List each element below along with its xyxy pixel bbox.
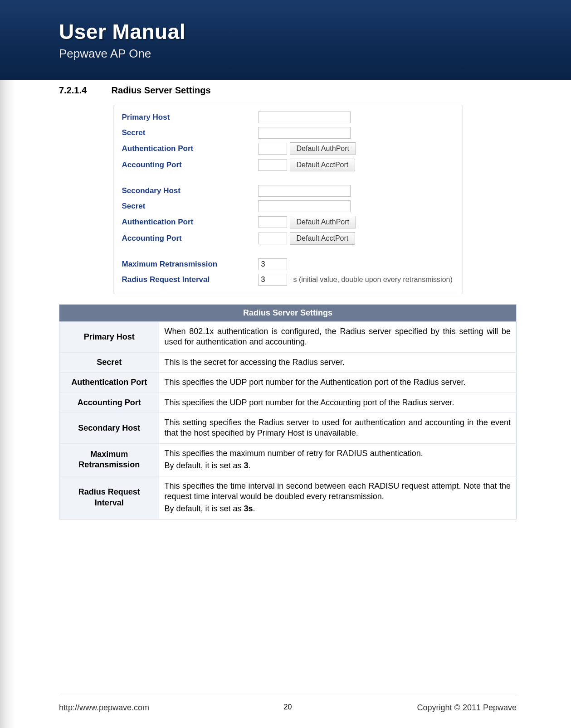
max-retrans-text2: By default, it is set as 3. [165,461,511,471]
page-content: 7.2.1.4 Radius Server Settings Primary H… [59,85,517,519]
table-row: Authentication Port This specifies the U… [59,373,517,393]
primary-secret-input[interactable] [258,127,351,139]
row-label-auth-port: Authentication Port [59,373,159,393]
table-row: Accounting Port This specifies the UDP p… [59,393,517,413]
secondary-secret-input[interactable] [258,200,351,212]
request-interval-hint: s (initial value, double upon every retr… [293,276,453,284]
primary-host-input[interactable] [258,112,351,123]
footer-divider [59,696,517,696]
settings-description-table: Radius Server Settings Primary Host When… [59,304,517,519]
manual-title: User Manual [59,19,571,44]
secondary-secret-label: Secret [122,202,258,211]
row-label-acct-port: Accounting Port [59,393,159,413]
table-row: Primary Host When 802.1x authentication … [59,322,517,353]
row-label-primary-host: Primary Host [59,322,159,353]
table-row: Radius Request Interval This specifies t… [59,476,517,519]
row-value-secondary-host: This setting specifies the Radius server… [159,413,517,443]
row-value-secret: This is the secret for accessing the Rad… [159,352,517,372]
primary-default-acctport-button[interactable]: Default AcctPort [290,159,356,171]
secondary-auth-port-input[interactable] [258,216,287,228]
footer-page-number: 20 [211,703,364,713]
primary-secret-label: Secret [122,128,258,137]
page-footer: http://www.pepwave.com 20 Copyright © 20… [59,703,517,713]
row-value-max-retrans: This specifies the maximum number of ret… [159,443,517,476]
row-label-max-retrans: Maximum Retransmission [59,443,159,476]
table-row: Maximum Retransmission This specifies th… [59,443,517,476]
secondary-host-label: Secondary Host [122,186,258,195]
manual-header-band: User Manual Pepwave AP One [0,0,571,80]
secondary-acct-port-input[interactable] [258,233,287,244]
secondary-acct-port-label: Accounting Port [122,234,258,243]
section-number: 7.2.1.4 [59,85,109,96]
req-interval-text2: By default, it is set as 3s. [165,504,511,514]
footer-url: http://www.pepwave.com [59,703,211,713]
radius-form-panel: Primary Host Secret Authentication Port … [113,105,463,294]
secondary-default-authport-button[interactable]: Default AuthPort [290,216,356,228]
max-retrans-text1: This specifies the maximum number of ret… [165,448,511,459]
retransmission-group: Maximum Retransmission Radius Request In… [114,255,462,291]
primary-host-group: Primary Host Secret Authentication Port … [114,108,462,177]
row-label-req-interval: Radius Request Interval [59,476,159,519]
primary-auth-port-label: Authentication Port [122,144,258,153]
max-retransmission-label: Maximum Retransmission [122,260,258,269]
section-heading: 7.2.1.4 Radius Server Settings [59,85,517,96]
row-value-acct-port: This specifies the UDP port number for t… [159,393,517,413]
primary-default-authport-button[interactable]: Default AuthPort [290,142,356,155]
row-value-primary-host: When 802.1x authentication is configured… [159,322,517,353]
row-value-auth-port: This specifies the UDP port number for t… [159,373,517,393]
request-interval-label: Radius Request Interval [122,275,258,284]
max-retransmission-input[interactable] [258,258,287,270]
table-row: Secondary Host This setting specifies th… [59,413,517,443]
primary-host-label: Primary Host [122,113,258,122]
page-left-shadow [0,0,15,728]
secondary-default-acctport-button[interactable]: Default AcctPort [290,232,356,245]
request-interval-input[interactable] [258,274,287,286]
primary-acct-port-label: Accounting Port [122,160,258,170]
section-title: Radius Server Settings [112,85,211,95]
row-value-req-interval: This specifies the time interval in seco… [159,476,517,519]
table-row: Secret This is the secret for accessing … [59,352,517,372]
row-label-secret: Secret [59,352,159,372]
secondary-auth-port-label: Authentication Port [122,218,258,227]
footer-copyright: Copyright © 2011 Pepwave [364,703,517,713]
manual-subtitle: Pepwave AP One [59,47,571,61]
primary-acct-port-input[interactable] [258,159,287,171]
primary-auth-port-input[interactable] [258,143,287,155]
secondary-host-group: Secondary Host Secret Authentication Por… [114,181,462,250]
req-interval-text1: This specifies the time interval in seco… [165,481,511,502]
row-label-secondary-host: Secondary Host [59,413,159,443]
secondary-host-input[interactable] [258,185,351,197]
table-header: Radius Server Settings [59,305,517,322]
